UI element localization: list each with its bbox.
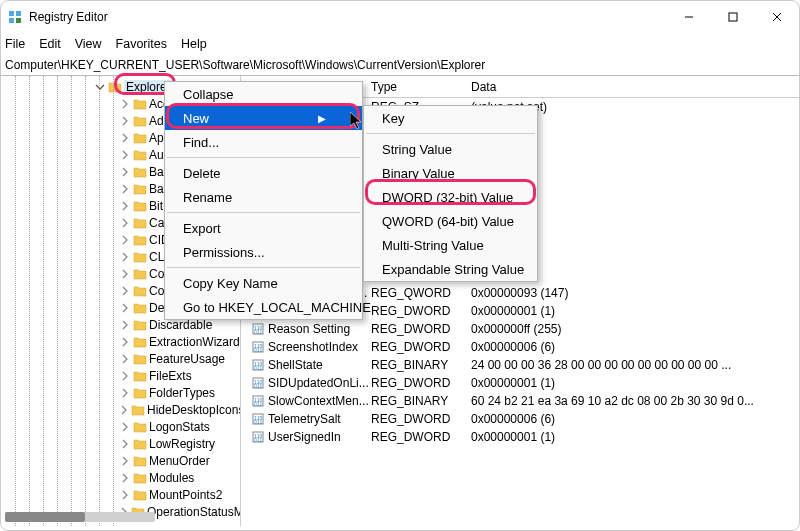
ctx-permissions[interactable]: Permissions... — [165, 240, 362, 264]
tree-item-label: FeatureUsage — [149, 352, 225, 366]
ctx-new-binary[interactable]: Binary Value — [364, 161, 537, 185]
folder-icon — [133, 165, 147, 179]
folder-icon — [133, 420, 147, 434]
chevron-right-icon[interactable] — [119, 149, 131, 161]
reg-binary-icon: 110011 — [251, 394, 265, 408]
folder-icon — [133, 386, 147, 400]
reg-binary-icon: 110011 — [251, 376, 265, 390]
chevron-right-icon[interactable] — [119, 183, 131, 195]
close-button[interactable] — [755, 1, 799, 33]
list-row[interactable]: 110011UserSignedInREG_DWORD0x00000001 (1… — [241, 428, 799, 446]
tree-item[interactable]: FeatureUsage — [1, 350, 240, 367]
ctx-goto-hklm[interactable]: Go to HKEY_LOCAL_MACHINE — [165, 295, 362, 319]
ctx-rename[interactable]: Rename — [165, 185, 362, 209]
svg-text:011: 011 — [254, 383, 263, 389]
ctx-new[interactable]: New▶ — [165, 106, 362, 130]
svg-rect-2 — [9, 18, 14, 23]
chevron-right-icon[interactable] — [119, 217, 131, 229]
chevron-right-icon[interactable] — [119, 455, 131, 467]
list-row[interactable]: 110011Reason SettingREG_DWORD0x000000ff … — [241, 320, 799, 338]
separator — [167, 157, 360, 158]
ctx-new-multi-string[interactable]: Multi-String Value — [364, 233, 537, 257]
ctx-copy-key-name[interactable]: Copy Key Name — [165, 271, 362, 295]
chevron-right-icon[interactable] — [119, 98, 131, 110]
value-data: 0x00000001 (1) — [471, 376, 799, 390]
chevron-right-icon[interactable] — [119, 438, 131, 450]
reg-binary-icon: 110011 — [251, 412, 265, 426]
list-row[interactable]: 110011ScreenshotIndexREG_DWORD0x00000006… — [241, 338, 799, 356]
chevron-right-icon[interactable] — [119, 268, 131, 280]
folder-icon — [133, 454, 147, 468]
chevron-right-icon[interactable] — [119, 370, 131, 382]
folder-icon — [133, 369, 147, 383]
separator — [167, 212, 360, 213]
context-menu-new: Key String Value Binary Value DWORD (32-… — [363, 105, 538, 282]
chevron-right-icon[interactable] — [119, 200, 131, 212]
ctx-new-key[interactable]: Key — [364, 106, 537, 130]
chevron-right-icon[interactable] — [119, 302, 131, 314]
address-bar[interactable]: Computer\HKEY_CURRENT_USER\Software\Micr… — [1, 55, 799, 75]
menu-favorites[interactable]: Favorites — [116, 37, 167, 51]
menu-file[interactable]: File — [5, 37, 25, 51]
ctx-export[interactable]: Export — [165, 216, 362, 240]
tree-scrollbar-horizontal[interactable] — [5, 512, 155, 522]
chevron-right-icon[interactable] — [119, 251, 131, 263]
tree-item[interactable]: HideDesktopIcons — [1, 401, 240, 418]
minimize-button[interactable] — [667, 1, 711, 33]
value-data: 0x00000006 (6) — [471, 412, 799, 426]
chevron-right-icon[interactable] — [119, 166, 131, 178]
folder-icon — [133, 216, 147, 230]
tree-item[interactable]: FolderTypes — [1, 384, 240, 401]
tree-item[interactable]: MenuOrder — [1, 452, 240, 469]
value-name: TelemetrySalt — [268, 412, 341, 426]
chevron-right-icon[interactable] — [119, 234, 131, 246]
chevron-right-icon[interactable] — [119, 285, 131, 297]
chevron-right-icon[interactable] — [119, 472, 131, 484]
value-type: REG_DWORD — [371, 412, 471, 426]
tree-item[interactable]: FileExts — [1, 367, 240, 384]
svg-text:011: 011 — [254, 401, 263, 407]
ctx-new-dword[interactable]: DWORD (32-bit) Value — [364, 185, 537, 209]
chevron-down-icon[interactable] — [94, 81, 106, 93]
maximize-button[interactable] — [711, 1, 755, 33]
menu-bar: File Edit View Favorites Help — [1, 33, 799, 55]
col-type[interactable]: Type — [371, 80, 471, 94]
tree-item[interactable]: LogonStats — [1, 418, 240, 435]
ctx-new-qword[interactable]: QWORD (64-bit) Value — [364, 209, 537, 233]
chevron-right-icon[interactable] — [119, 404, 129, 416]
ctx-new-string[interactable]: String Value — [364, 137, 537, 161]
value-data: 0x00000093 (147) — [471, 286, 799, 300]
menu-edit[interactable]: Edit — [39, 37, 61, 51]
tree-item[interactable]: ExtractionWizard — [1, 333, 240, 350]
tree-item[interactable]: LowRegistry — [1, 435, 240, 452]
col-data[interactable]: Data — [471, 80, 799, 94]
svg-text:011: 011 — [254, 419, 263, 425]
folder-icon — [131, 403, 145, 417]
chevron-right-icon[interactable] — [119, 115, 131, 127]
tree-item[interactable]: MountPoints2 — [1, 486, 240, 503]
folder-icon — [133, 318, 147, 332]
list-row[interactable]: 110011TelemetrySaltREG_DWORD0x00000006 (… — [241, 410, 799, 428]
list-row[interactable]: 110011SlowContextMen...REG_BINARY60 24 b… — [241, 392, 799, 410]
value-type: REG_DWORD — [371, 376, 471, 390]
tree-item[interactable]: Modules — [1, 469, 240, 486]
ctx-new-expandable-string[interactable]: Expandable String Value — [364, 257, 537, 281]
chevron-right-icon[interactable] — [119, 421, 131, 433]
chevron-right-icon[interactable] — [119, 336, 131, 348]
chevron-right-icon[interactable] — [119, 132, 131, 144]
svg-text:011: 011 — [254, 329, 263, 335]
ctx-collapse[interactable]: Collapse — [165, 82, 362, 106]
ctx-find[interactable]: Find... — [165, 130, 362, 154]
menu-help[interactable]: Help — [181, 37, 207, 51]
chevron-right-icon[interactable] — [119, 489, 131, 501]
tree-item-label: ExtractionWizard — [149, 335, 240, 349]
list-row[interactable]: 110011ShellStateREG_BINARY24 00 00 00 36… — [241, 356, 799, 374]
ctx-delete[interactable]: Delete — [165, 161, 362, 185]
value-type: REG_QWORD — [371, 286, 471, 300]
list-row[interactable]: 110011SIDUpdatedOnLi...REG_DWORD0x000000… — [241, 374, 799, 392]
chevron-right-icon[interactable] — [119, 353, 131, 365]
chevron-right-icon[interactable] — [119, 319, 131, 331]
svg-text:011: 011 — [254, 347, 263, 353]
chevron-right-icon[interactable] — [119, 387, 131, 399]
menu-view[interactable]: View — [75, 37, 102, 51]
